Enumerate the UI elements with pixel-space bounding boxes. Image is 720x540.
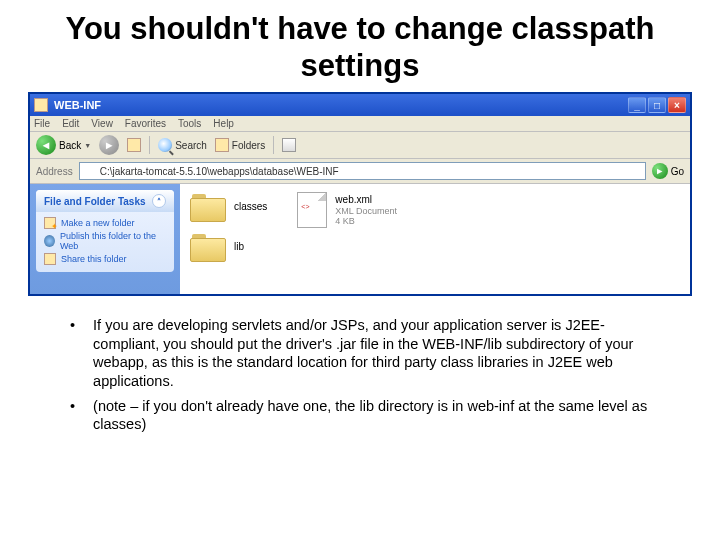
file-list-pane: classes lib web.xml XML Document 4 KB [180,184,690,294]
task-label: Make a new folder [61,218,135,228]
task-label: Publish this folder to the Web [60,231,166,251]
folders-button[interactable]: Folders [215,138,265,152]
back-label: Back [59,140,81,151]
folder-icon [84,165,96,177]
bullet-marker: • [70,316,75,390]
address-input[interactable]: C:\jakarta-tomcat-5.5.10\webapps\databas… [79,162,646,180]
menu-favorites[interactable]: Favorites [125,118,166,129]
maximize-button[interactable]: □ [648,97,666,113]
separator [149,136,150,154]
search-icon [158,138,172,152]
back-button[interactable]: ◄ Back ▼ [36,135,91,155]
file-name: web.xml [335,194,397,206]
folder-icon [190,192,226,222]
toolbar: ◄ Back ▼ ► Search Folders [30,132,690,159]
bullet-item: • If you are developing servlets and/or … [70,316,660,390]
bullet-list: • If you are developing servlets and/or … [0,310,720,433]
search-label: Search [175,140,207,151]
address-path: C:\jakarta-tomcat-5.5.10\webapps\databas… [100,166,339,177]
menu-help[interactable]: Help [213,118,234,129]
slide-title: You shouldn't have to change classpath s… [0,0,720,92]
minimize-button[interactable]: _ [628,97,646,113]
explorer-body: File and Folder Tasks ˄ Make a new folde… [30,184,690,294]
menu-edit[interactable]: Edit [62,118,79,129]
task-publish-folder[interactable]: Publish this folder to the Web [44,230,166,252]
bullet-item: • (note – if you don't already have one,… [70,397,660,434]
go-label: Go [671,166,684,177]
file-size: 4 KB [335,216,397,227]
views-button[interactable] [282,138,296,152]
tasks-pane: File and Folder Tasks ˄ Make a new folde… [30,184,180,294]
folder-label: lib [234,241,244,253]
window-title: WEB-INF [54,99,628,111]
file-type: XML Document [335,206,397,217]
go-arrow-icon: ► [652,163,668,179]
collapse-icon: ˄ [152,194,166,208]
folder-icon [190,232,226,262]
folders-icon [215,138,229,152]
back-dropdown-icon: ▼ [84,142,91,149]
up-button[interactable] [127,138,141,152]
file-web-xml[interactable]: web.xml XML Document 4 KB [297,192,397,228]
file-label: web.xml XML Document 4 KB [335,194,397,228]
globe-icon [44,235,55,247]
tasks-header-label: File and Folder Tasks [44,196,146,207]
folder-icon [34,98,48,112]
bullet-text: (note – if you don't already have one, t… [93,397,660,434]
menu-view[interactable]: View [91,118,113,129]
menu-bar: File Edit View Favorites Tools Help [30,116,690,132]
close-button[interactable]: × [668,97,686,113]
window-titlebar: WEB-INF _ □ × [30,94,690,116]
share-icon [44,253,56,265]
bullet-marker: • [70,397,75,434]
folder-classes[interactable]: classes [190,192,267,222]
tasks-header[interactable]: File and Folder Tasks ˄ [36,190,174,212]
explorer-window: WEB-INF _ □ × File Edit View Favorites T… [28,92,692,296]
task-share-folder[interactable]: Share this folder [44,252,166,266]
folders-label: Folders [232,140,265,151]
separator [273,136,274,154]
forward-button[interactable]: ► [99,135,119,155]
go-button[interactable]: ► Go [652,163,684,179]
address-label: Address [36,166,73,177]
xml-file-icon [297,192,327,228]
menu-file[interactable]: File [34,118,50,129]
new-folder-icon [44,217,56,229]
search-button[interactable]: Search [158,138,207,152]
task-make-new-folder[interactable]: Make a new folder [44,216,166,230]
folder-label: classes [234,201,267,213]
address-bar: Address C:\jakarta-tomcat-5.5.10\webapps… [30,159,690,184]
back-arrow-icon: ◄ [36,135,56,155]
task-label: Share this folder [61,254,127,264]
bullet-text: If you are developing servlets and/or JS… [93,316,660,390]
folder-lib[interactable]: lib [190,232,267,262]
file-folder-tasks-panel: File and Folder Tasks ˄ Make a new folde… [36,190,174,272]
menu-tools[interactable]: Tools [178,118,201,129]
